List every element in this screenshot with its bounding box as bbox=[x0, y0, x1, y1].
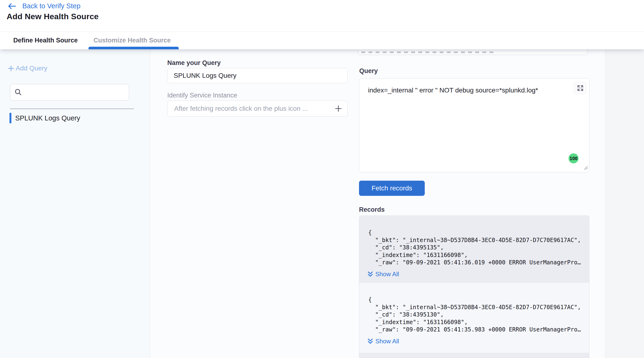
fetch-records-button[interactable]: Fetch records bbox=[359, 181, 425, 196]
record-card: { "_bkt": "_internal~38~D537D8B4-3EC0-4D… bbox=[359, 216, 589, 283]
record-card bbox=[359, 353, 589, 358]
sidebar-item-label: SPLUNK Logs Query bbox=[15, 114, 80, 122]
plus-icon bbox=[8, 65, 14, 72]
back-link-label: Back to Verify Step bbox=[22, 2, 80, 10]
show-all-link[interactable]: Show All bbox=[368, 271, 589, 278]
record-json: { "_bkt": "_internal~38~D537D8B4-3EC0-4D… bbox=[359, 283, 589, 334]
back-arrow-icon bbox=[7, 2, 16, 10]
back-link[interactable]: Back to Verify Step bbox=[7, 2, 80, 10]
double-chevron-down-icon bbox=[368, 271, 373, 277]
right-panel-gutter bbox=[605, 49, 644, 358]
plus-icon[interactable] bbox=[334, 105, 342, 112]
records-list: { "_bkt": "_internal~38~D537D8B4-3EC0-4D… bbox=[359, 216, 590, 358]
clipped-text-remnant bbox=[362, 51, 494, 53]
page-title: Add New Health Source bbox=[7, 12, 99, 21]
name-your-query-label: Name your Query bbox=[167, 59, 221, 67]
resize-handle-icon[interactable] bbox=[584, 166, 588, 171]
add-query-button[interactable]: Add Query bbox=[8, 64, 48, 72]
service-instance-field[interactable] bbox=[167, 100, 348, 117]
query-label: Query bbox=[359, 67, 378, 75]
active-tab-indicator bbox=[88, 47, 179, 49]
double-chevron-down-icon bbox=[368, 338, 373, 345]
tab-bar: Define Health Source Customize Health So… bbox=[0, 31, 644, 49]
show-all-label: Show All bbox=[376, 271, 399, 278]
content-area: Add Query SPLUNK Logs Query Name your Qu… bbox=[0, 49, 644, 358]
sidebar-item-splunk-logs-query[interactable]: SPLUNK Logs Query bbox=[10, 113, 80, 123]
tab-define-health-source[interactable]: Define Health Source bbox=[13, 31, 78, 49]
expand-icon bbox=[577, 85, 584, 91]
identify-service-instance-label: Identify Service Instance bbox=[167, 92, 237, 99]
page-header: Back to Verify Step Add New Health Sourc… bbox=[0, 0, 644, 32]
records-label: Records bbox=[359, 206, 385, 213]
query-search-input[interactable] bbox=[10, 84, 129, 100]
selected-indicator-bar bbox=[10, 113, 12, 123]
record-json: { "_bkt": "_internal~38~D537D8B4-3EC0-4D… bbox=[359, 216, 589, 267]
expand-query-button[interactable] bbox=[574, 82, 586, 94]
service-instance-input[interactable] bbox=[174, 105, 334, 113]
search-icon bbox=[14, 88, 22, 96]
record-count-badge: 100 bbox=[568, 153, 578, 163]
sidebar-divider bbox=[10, 109, 134, 109]
query-text: index=_internal " error " NOT debug sour… bbox=[368, 86, 568, 95]
show-all-link[interactable]: Show All bbox=[368, 338, 589, 345]
query-sidebar: Add Query SPLUNK Logs Query bbox=[0, 49, 150, 358]
show-all-label: Show All bbox=[376, 338, 399, 345]
add-health-source-page: Add Query SPLUNK Logs Query Name your Qu… bbox=[0, 0, 644, 358]
query-textarea[interactable]: index=_internal " error " NOT debug sour… bbox=[359, 78, 590, 172]
query-name-input[interactable] bbox=[167, 68, 348, 83]
record-card: { "_bkt": "_internal~38~D537D8B4-3EC0-4D… bbox=[359, 283, 589, 353]
add-query-label: Add Query bbox=[16, 64, 48, 72]
